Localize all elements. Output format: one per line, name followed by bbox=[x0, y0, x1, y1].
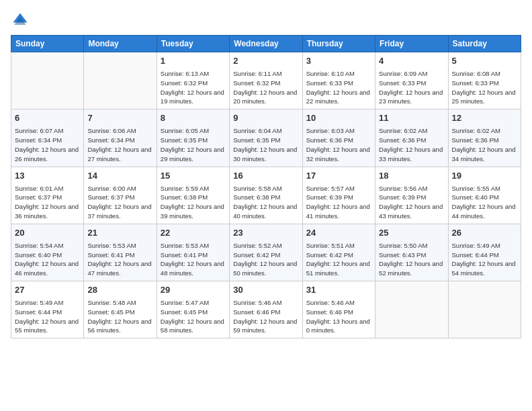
day-detail: Sunrise: 5:57 AM Sunset: 6:39 PM Dayligh… bbox=[306, 184, 371, 221]
day-detail: Sunrise: 6:05 AM Sunset: 6:35 PM Dayligh… bbox=[161, 126, 226, 163]
day-detail: Sunrise: 6:02 AM Sunset: 6:36 PM Dayligh… bbox=[452, 126, 517, 163]
calendar-cell: 24Sunrise: 5:51 AM Sunset: 6:42 PM Dayli… bbox=[302, 224, 375, 281]
day-detail: Sunrise: 6:09 AM Sunset: 6:33 PM Dayligh… bbox=[379, 69, 444, 106]
day-detail: Sunrise: 5:49 AM Sunset: 6:44 PM Dayligh… bbox=[15, 298, 80, 335]
day-number: 7 bbox=[87, 112, 152, 124]
day-detail: Sunrise: 5:46 AM Sunset: 6:46 PM Dayligh… bbox=[233, 298, 298, 335]
calendar-week-3: 13Sunrise: 6:01 AM Sunset: 6:37 PM Dayli… bbox=[11, 167, 521, 224]
day-detail: Sunrise: 6:02 AM Sunset: 6:36 PM Dayligh… bbox=[379, 126, 444, 163]
day-detail: Sunrise: 6:08 AM Sunset: 6:33 PM Dayligh… bbox=[452, 69, 517, 106]
calendar-cell: 3Sunrise: 6:10 AM Sunset: 6:33 PM Daylig… bbox=[302, 52, 375, 109]
day-detail: Sunrise: 5:47 AM Sunset: 6:45 PM Dayligh… bbox=[161, 298, 226, 335]
day-number: 1 bbox=[161, 55, 226, 67]
page-header bbox=[11, 11, 521, 30]
calendar-week-5: 27Sunrise: 5:49 AM Sunset: 6:44 PM Dayli… bbox=[11, 281, 521, 338]
calendar-cell: 8Sunrise: 6:05 AM Sunset: 6:35 PM Daylig… bbox=[157, 109, 229, 167]
calendar-cell bbox=[448, 281, 521, 338]
calendar-header: SundayMondayTuesdayWednesdayThursdayFrid… bbox=[11, 36, 521, 52]
day-detail: Sunrise: 6:10 AM Sunset: 6:33 PM Dayligh… bbox=[306, 69, 371, 106]
day-detail: Sunrise: 5:49 AM Sunset: 6:44 PM Dayligh… bbox=[452, 241, 517, 278]
calendar-cell: 9Sunrise: 6:04 AM Sunset: 6:35 PM Daylig… bbox=[230, 109, 302, 167]
calendar-cell: 2Sunrise: 6:11 AM Sunset: 6:32 PM Daylig… bbox=[230, 52, 302, 109]
day-number: 30 bbox=[233, 284, 298, 296]
calendar-cell bbox=[84, 52, 157, 109]
calendar-cell: 13Sunrise: 6:01 AM Sunset: 6:37 PM Dayli… bbox=[11, 167, 84, 224]
day-number: 12 bbox=[452, 112, 517, 124]
column-header-saturday: Saturday bbox=[448, 36, 521, 52]
day-number: 19 bbox=[452, 170, 517, 182]
day-detail: Sunrise: 6:11 AM Sunset: 6:32 PM Dayligh… bbox=[233, 69, 298, 106]
day-number: 25 bbox=[379, 227, 444, 239]
day-number: 28 bbox=[87, 284, 152, 296]
calendar-cell: 27Sunrise: 5:49 AM Sunset: 6:44 PM Dayli… bbox=[11, 281, 84, 338]
day-number: 2 bbox=[233, 55, 298, 67]
calendar-cell: 11Sunrise: 6:02 AM Sunset: 6:36 PM Dayli… bbox=[375, 109, 448, 167]
calendar-cell: 25Sunrise: 5:50 AM Sunset: 6:43 PM Dayli… bbox=[375, 224, 448, 281]
calendar-cell: 31Sunrise: 5:46 AM Sunset: 6:46 PM Dayli… bbox=[302, 281, 375, 338]
day-detail: Sunrise: 6:06 AM Sunset: 6:34 PM Dayligh… bbox=[87, 126, 152, 163]
calendar-cell: 1Sunrise: 6:13 AM Sunset: 6:32 PM Daylig… bbox=[157, 52, 229, 109]
day-number: 11 bbox=[379, 112, 444, 124]
calendar-cell: 15Sunrise: 5:59 AM Sunset: 6:38 PM Dayli… bbox=[157, 167, 229, 224]
day-number: 16 bbox=[233, 170, 298, 182]
day-detail: Sunrise: 6:13 AM Sunset: 6:32 PM Dayligh… bbox=[161, 69, 226, 106]
column-header-wednesday: Wednesday bbox=[230, 36, 302, 52]
day-number: 18 bbox=[379, 170, 444, 182]
day-detail: Sunrise: 5:46 AM Sunset: 6:46 PM Dayligh… bbox=[306, 298, 371, 335]
day-detail: Sunrise: 5:54 AM Sunset: 6:40 PM Dayligh… bbox=[15, 241, 80, 278]
day-number: 31 bbox=[306, 284, 371, 296]
calendar-cell: 30Sunrise: 5:46 AM Sunset: 6:46 PM Dayli… bbox=[230, 281, 302, 338]
calendar-cell: 21Sunrise: 5:53 AM Sunset: 6:41 PM Dayli… bbox=[84, 224, 157, 281]
calendar-cell: 28Sunrise: 5:48 AM Sunset: 6:45 PM Dayli… bbox=[84, 281, 157, 338]
day-number: 17 bbox=[306, 170, 371, 182]
day-detail: Sunrise: 6:01 AM Sunset: 6:37 PM Dayligh… bbox=[15, 184, 80, 221]
calendar-cell bbox=[375, 281, 448, 338]
calendar-cell: 18Sunrise: 5:56 AM Sunset: 6:39 PM Dayli… bbox=[375, 167, 448, 224]
calendar-cell: 22Sunrise: 5:53 AM Sunset: 6:41 PM Dayli… bbox=[157, 224, 229, 281]
day-detail: Sunrise: 6:00 AM Sunset: 6:37 PM Dayligh… bbox=[87, 184, 152, 221]
day-number: 14 bbox=[87, 170, 152, 182]
day-number: 8 bbox=[161, 112, 226, 124]
calendar-cell: 20Sunrise: 5:54 AM Sunset: 6:40 PM Dayli… bbox=[11, 224, 84, 281]
day-number: 20 bbox=[15, 227, 80, 239]
calendar-week-1: 1Sunrise: 6:13 AM Sunset: 6:32 PM Daylig… bbox=[11, 52, 521, 109]
day-detail: Sunrise: 5:48 AM Sunset: 6:45 PM Dayligh… bbox=[87, 298, 152, 335]
day-detail: Sunrise: 5:53 AM Sunset: 6:41 PM Dayligh… bbox=[87, 241, 152, 278]
calendar-cell: 6Sunrise: 6:07 AM Sunset: 6:34 PM Daylig… bbox=[11, 109, 84, 167]
day-number: 15 bbox=[161, 170, 226, 182]
logo-icon bbox=[11, 11, 30, 30]
day-number: 21 bbox=[87, 227, 152, 239]
day-number: 23 bbox=[233, 227, 298, 239]
column-header-monday: Monday bbox=[84, 36, 157, 52]
calendar-cell: 19Sunrise: 5:55 AM Sunset: 6:40 PM Dayli… bbox=[448, 167, 521, 224]
calendar-week-2: 6Sunrise: 6:07 AM Sunset: 6:34 PM Daylig… bbox=[11, 109, 521, 167]
calendar-cell: 7Sunrise: 6:06 AM Sunset: 6:34 PM Daylig… bbox=[84, 109, 157, 167]
column-header-sunday: Sunday bbox=[11, 36, 84, 52]
calendar-cell: 26Sunrise: 5:49 AM Sunset: 6:44 PM Dayli… bbox=[448, 224, 521, 281]
day-detail: Sunrise: 6:03 AM Sunset: 6:36 PM Dayligh… bbox=[306, 126, 371, 163]
calendar-table: SundayMondayTuesdayWednesdayThursdayFrid… bbox=[11, 35, 521, 338]
day-number: 5 bbox=[452, 55, 517, 67]
day-detail: Sunrise: 5:59 AM Sunset: 6:38 PM Dayligh… bbox=[161, 184, 226, 221]
day-detail: Sunrise: 5:51 AM Sunset: 6:42 PM Dayligh… bbox=[306, 241, 371, 278]
calendar-cell: 4Sunrise: 6:09 AM Sunset: 6:33 PM Daylig… bbox=[375, 52, 448, 109]
day-detail: Sunrise: 6:04 AM Sunset: 6:35 PM Dayligh… bbox=[233, 126, 298, 163]
day-number: 29 bbox=[161, 284, 226, 296]
day-number: 24 bbox=[306, 227, 371, 239]
day-detail: Sunrise: 6:07 AM Sunset: 6:34 PM Dayligh… bbox=[15, 126, 80, 163]
calendar-cell: 17Sunrise: 5:57 AM Sunset: 6:39 PM Dayli… bbox=[302, 167, 375, 224]
column-header-thursday: Thursday bbox=[302, 36, 375, 52]
day-detail: Sunrise: 5:55 AM Sunset: 6:40 PM Dayligh… bbox=[452, 184, 517, 221]
day-number: 27 bbox=[15, 284, 80, 296]
day-detail: Sunrise: 5:52 AM Sunset: 6:42 PM Dayligh… bbox=[233, 241, 298, 278]
day-number: 13 bbox=[15, 170, 80, 182]
day-number: 26 bbox=[452, 227, 517, 239]
day-detail: Sunrise: 5:50 AM Sunset: 6:43 PM Dayligh… bbox=[379, 241, 444, 278]
day-number: 3 bbox=[306, 55, 371, 67]
calendar-cell: 16Sunrise: 5:58 AM Sunset: 6:38 PM Dayli… bbox=[230, 167, 302, 224]
calendar-cell: 10Sunrise: 6:03 AM Sunset: 6:36 PM Dayli… bbox=[302, 109, 375, 167]
calendar-cell bbox=[11, 52, 84, 109]
day-number: 4 bbox=[379, 55, 444, 67]
column-header-tuesday: Tuesday bbox=[157, 36, 229, 52]
day-detail: Sunrise: 5:53 AM Sunset: 6:41 PM Dayligh… bbox=[161, 241, 226, 278]
